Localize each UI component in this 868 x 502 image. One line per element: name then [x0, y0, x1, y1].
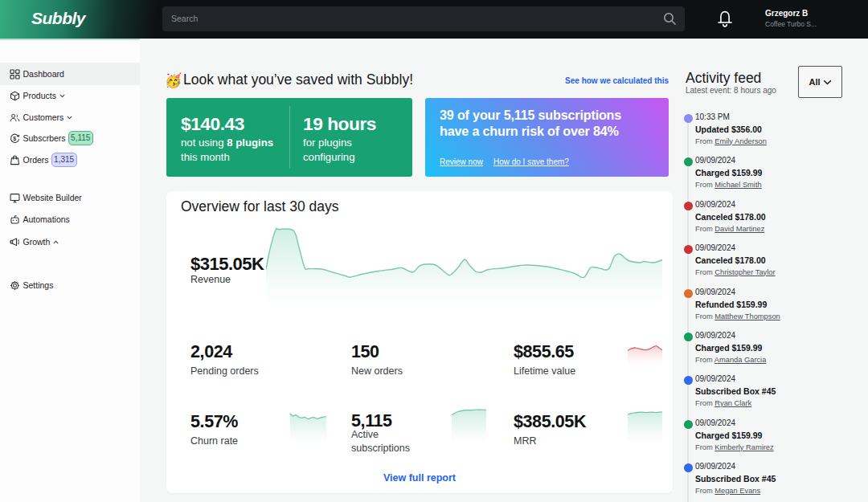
svg-text:$: $: [13, 135, 16, 141]
